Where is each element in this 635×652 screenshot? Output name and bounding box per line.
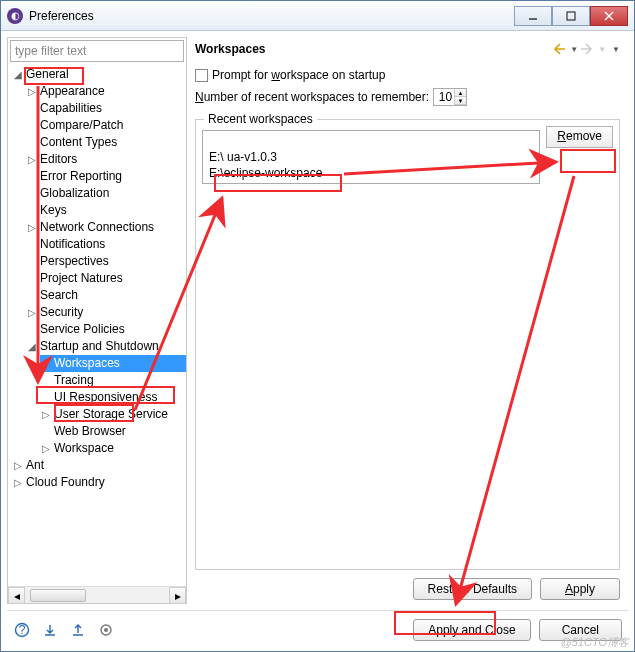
tree-item[interactable]: ▷Appearance <box>26 83 186 100</box>
tree-pane: type filter text ◢General ▷AppearanceCap… <box>7 37 187 604</box>
prompt-checkbox[interactable] <box>195 69 208 82</box>
dropdown-icon[interactable]: ▼ <box>570 45 578 54</box>
recent-label: Recent workspaces <box>204 112 317 126</box>
tree-item[interactable]: Content Types <box>26 134 186 151</box>
apply-button[interactable]: Apply <box>540 578 620 600</box>
minimize-button[interactable] <box>514 6 552 26</box>
window-titlebar: ◐ Preferences <box>1 1 634 31</box>
scroll-left-icon[interactable]: ◂ <box>8 587 25 604</box>
tree-item-ant[interactable]: ▷Ant <box>12 457 186 474</box>
watermark: @51CTO博客 <box>561 635 629 650</box>
tree-item[interactable]: UI Responsiveness <box>40 389 186 406</box>
prompt-label: Prompt for workspace on startup <box>212 68 385 82</box>
oomph-icon[interactable] <box>97 621 115 639</box>
tree-item[interactable]: Keys <box>26 202 186 219</box>
tree-item-cloud[interactable]: ▷Cloud Foundry <box>12 474 186 491</box>
tree-item-general[interactable]: ◢General <box>12 66 186 83</box>
list-item[interactable] <box>203 133 539 149</box>
list-item[interactable]: E:\eclipse-workspace <box>203 165 539 181</box>
remove-button[interactable]: Remove <box>546 126 613 148</box>
tree-item[interactable]: ▷Network Connections <box>26 219 186 236</box>
tree-item[interactable]: Service Policies <box>26 321 186 338</box>
list-item[interactable]: E:\ ua-v1.0.3 <box>203 149 539 165</box>
close-button[interactable] <box>590 6 628 26</box>
window-title: Preferences <box>29 9 514 23</box>
export-icon[interactable] <box>69 621 87 639</box>
preferences-tree[interactable]: ◢General ▷AppearanceCapabilitiesCompare/… <box>10 66 186 584</box>
svg-text:?: ? <box>19 623 26 637</box>
recent-workspaces-list[interactable]: E:\ ua-v1.0.3E:\eclipse-workspace <box>202 130 540 184</box>
scroll-right-icon[interactable]: ▸ <box>169 587 186 604</box>
tree-item[interactable]: Search <box>26 287 186 304</box>
tree-h-scrollbar[interactable]: ◂ ▸ <box>8 586 186 603</box>
tree-item-workspaces[interactable]: Workspaces <box>40 355 186 372</box>
tree-item[interactable]: Error Reporting <box>26 168 186 185</box>
help-icon[interactable]: ? <box>13 621 31 639</box>
spin-up-icon[interactable]: ▲ <box>454 89 466 97</box>
tree-item[interactable]: Globalization <box>26 185 186 202</box>
tree-item-startup[interactable]: ◢Startup and Shutdown <box>26 338 186 355</box>
tree-item[interactable]: ▷Workspace <box>40 440 186 457</box>
tree-item[interactable]: Web Browser <box>40 423 186 440</box>
tree-item[interactable]: Capabilities <box>26 100 186 117</box>
app-icon: ◐ <box>7 8 23 24</box>
dropdown-icon[interactable]: ▼ <box>598 45 606 54</box>
svg-point-7 <box>104 628 108 632</box>
tree-item[interactable]: ▷Security <box>26 304 186 321</box>
number-input[interactable] <box>434 89 454 105</box>
tree-item[interactable]: ▷Editors <box>26 151 186 168</box>
nav-back-icon[interactable] <box>552 41 568 57</box>
tree-item[interactable]: Compare/Patch <box>26 117 186 134</box>
restore-defaults-button[interactable]: Restore Defaults <box>413 578 532 600</box>
nav-forward-icon[interactable] <box>580 41 596 57</box>
tree-item[interactable]: ▷User Storage Service <box>40 406 186 423</box>
number-label: Number of recent workspaces to remember: <box>195 90 429 104</box>
tree-item[interactable]: Perspectives <box>26 253 186 270</box>
tree-item[interactable]: Project Natures <box>26 270 186 287</box>
scroll-thumb[interactable] <box>30 589 86 602</box>
svg-rect-1 <box>567 12 575 20</box>
apply-and-close-button[interactable]: Apply and Close <box>413 619 530 641</box>
tree-item[interactable]: Tracing <box>40 372 186 389</box>
spin-down-icon[interactable]: ▼ <box>454 97 466 105</box>
tree-item[interactable]: Notifications <box>26 236 186 253</box>
filter-input[interactable]: type filter text <box>10 40 184 62</box>
menu-icon[interactable]: ▼ <box>612 45 620 54</box>
settings-pane: Workspaces ▼ ▼ ▼ Prompt for workspace on… <box>191 37 628 604</box>
maximize-button[interactable] <box>552 6 590 26</box>
page-title: Workspaces <box>195 42 552 56</box>
import-icon[interactable] <box>41 621 59 639</box>
number-spinner[interactable]: ▲▼ <box>433 88 467 106</box>
